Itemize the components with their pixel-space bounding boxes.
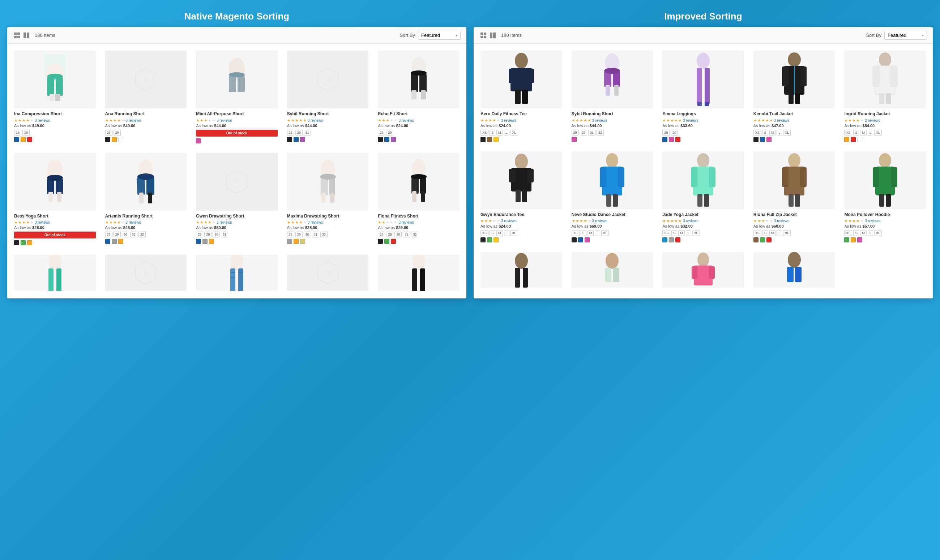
color-swatch[interactable] — [300, 137, 305, 142]
color-swatch[interactable] — [493, 237, 499, 242]
color-swatch[interactable] — [662, 137, 667, 142]
color-swatch[interactable] — [287, 239, 292, 244]
product-card[interactable]: M — [102, 251, 190, 295]
size-badge[interactable]: 28 — [287, 232, 294, 237]
size-badge[interactable]: 29 — [204, 232, 211, 237]
color-swatch[interactable] — [487, 237, 492, 242]
size-badge[interactable]: 28 — [105, 232, 112, 237]
product-card[interactable]: Echo Fit Short ★★★★★ 3 reviews As low as… — [374, 47, 463, 147]
size-badge[interactable]: XS — [481, 230, 488, 236]
reviews-link[interactable]: 3 reviews — [683, 118, 698, 123]
size-badge[interactable]: L — [595, 230, 600, 236]
grid-2-icon-left[interactable] — [22, 31, 30, 39]
reviews-link[interactable]: 3 reviews — [35, 220, 50, 225]
size-badge[interactable]: M — [496, 230, 503, 236]
right-sort-wrapper[interactable]: Featured Position Product Name Price — [885, 31, 927, 40]
color-swatch[interactable] — [481, 237, 485, 242]
color-swatch[interactable] — [578, 237, 583, 242]
color-swatch[interactable] — [754, 137, 758, 142]
color-swatch[interactable] — [844, 137, 849, 142]
product-card[interactable]: Maxima Drawstring Short ★★★★★ 3 reviews … — [284, 149, 372, 249]
reviews-link[interactable]: 3 reviews — [774, 219, 789, 223]
product-card[interactable]: M — [284, 251, 372, 295]
size-badge[interactable]: S — [763, 230, 768, 236]
size-badge[interactable]: XS — [662, 230, 670, 236]
color-swatch[interactable] — [662, 237, 667, 242]
size-badge[interactable]: M — [860, 230, 867, 236]
size-badge[interactable]: S — [490, 230, 495, 236]
color-swatch[interactable] — [294, 137, 299, 142]
product-card[interactable]: Riona Full Zip Jacket ★★★★★ 3 reviews As… — [750, 148, 838, 246]
color-swatch[interactable] — [669, 137, 674, 142]
size-badge[interactable]: 31 — [403, 232, 410, 237]
size-badge[interactable]: XL — [601, 230, 609, 236]
color-swatch[interactable] — [572, 237, 577, 242]
right-sort-select[interactable]: Featured Position Product Name Price — [885, 31, 927, 40]
color-swatch[interactable] — [27, 240, 32, 245]
color-swatch[interactable] — [675, 237, 680, 242]
color-swatch[interactable] — [766, 137, 772, 142]
color-swatch[interactable] — [754, 237, 758, 242]
size-badge[interactable]: 29 — [295, 232, 303, 237]
color-swatch[interactable] — [378, 137, 383, 142]
size-badge[interactable]: M — [769, 130, 776, 135]
color-swatch[interactable] — [21, 137, 26, 142]
product-card[interactable]: Gwyn Endurance Tee ★★★★★ 3 reviews As lo… — [477, 148, 566, 246]
reviews-link[interactable]: 3 reviews — [865, 219, 880, 223]
color-swatch[interactable] — [196, 138, 201, 143]
size-badge[interactable]: XS — [844, 230, 852, 236]
size-badge[interactable]: XL — [692, 230, 700, 236]
product-card[interactable]: Mimi All-Purpose Short ★★★★★ 3 reviews A… — [193, 47, 281, 147]
size-badge[interactable]: XS — [754, 130, 761, 135]
reviews-link[interactable]: 3 reviews — [774, 118, 789, 123]
color-swatch[interactable] — [585, 237, 590, 242]
size-badge[interactable]: XS — [754, 230, 761, 236]
color-swatch[interactable] — [202, 239, 208, 244]
reviews-link[interactable]: 3 reviews — [501, 118, 516, 123]
color-swatch[interactable] — [857, 137, 862, 142]
reviews-link[interactable]: 3 reviews — [308, 118, 323, 123]
color-swatch[interactable] — [27, 137, 32, 142]
size-badge[interactable]: L — [777, 130, 782, 135]
product-card[interactable]: Neve Studio Dance Jacket ★★★★★ 3 reviews… — [568, 148, 656, 246]
product-card[interactable]: Mona Pullover Hoodie ★★★★★ 3 reviews As … — [841, 148, 929, 246]
reviews-link[interactable]: 2 reviews — [217, 220, 232, 225]
color-swatch[interactable] — [294, 239, 299, 244]
size-badge[interactable]: XL — [783, 130, 791, 135]
size-badge[interactable]: 28 — [662, 130, 670, 135]
color-swatch[interactable] — [118, 239, 123, 244]
color-swatch[interactable] — [384, 137, 389, 142]
product-card[interactable]: Ina Compression Short ★★★★★ 3 reviews As… — [11, 47, 99, 147]
size-badge[interactable]: 29 — [295, 130, 303, 135]
size-badge[interactable]: XS — [572, 230, 579, 236]
reviews-link[interactable]: 3 reviews — [126, 118, 141, 123]
size-badge[interactable]: 29 — [114, 232, 121, 237]
size-badge[interactable]: L — [504, 130, 509, 135]
product-card[interactable]: Ingrid Running Jacket ★★★★★ 2 reviews As… — [841, 47, 929, 145]
product-card[interactable] — [11, 251, 99, 295]
color-swatch[interactable] — [105, 239, 110, 244]
size-badge[interactable]: 30 — [213, 232, 220, 237]
size-badge[interactable]: 28 — [196, 232, 203, 237]
size-badge[interactable]: L — [777, 230, 782, 236]
size-badge[interactable]: L — [868, 130, 873, 135]
product-card[interactable] — [659, 249, 747, 292]
grid-4-icon-left[interactable] — [13, 31, 21, 39]
size-badge[interactable]: 30 — [394, 232, 402, 237]
product-card[interactable] — [193, 251, 281, 295]
size-badge[interactable]: 30 — [122, 232, 129, 237]
product-card[interactable] — [568, 249, 656, 292]
color-swatch[interactable] — [851, 137, 856, 142]
product-card[interactable]: Aero Daily Fitness Tee ★★★★★ 3 reviews A… — [477, 47, 566, 145]
size-badge[interactable]: S — [671, 230, 677, 236]
size-badge[interactable]: 29 — [671, 130, 678, 135]
color-swatch[interactable] — [766, 237, 772, 242]
reviews-link[interactable]: 2 reviews — [865, 118, 880, 123]
grid-2-icon-right[interactable] — [489, 31, 497, 39]
size-badge[interactable]: XL — [510, 130, 518, 135]
color-swatch[interactable] — [300, 239, 305, 244]
color-swatch[interactable] — [378, 239, 383, 244]
color-swatch[interactable] — [481, 137, 485, 142]
left-sort-wrapper[interactable]: Featured Position Product Name Price — [418, 31, 461, 40]
size-badge[interactable]: S — [581, 230, 586, 236]
